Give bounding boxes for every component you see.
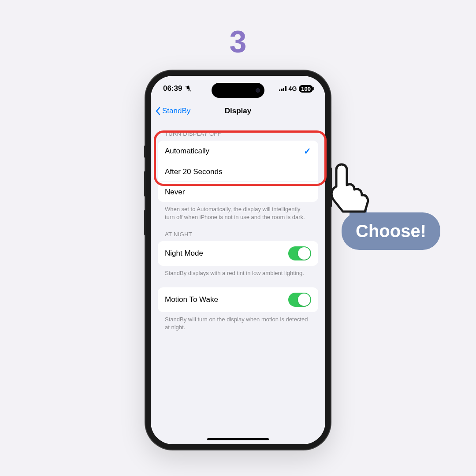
section-header-turn-off: TURN DISPLAY OFF (158, 121, 318, 141)
page-title: Display (225, 107, 251, 115)
night-mode-label: Night Mode (165, 249, 203, 258)
option-label: Automatically (165, 147, 209, 156)
section-footer-turn-off: When set to Automatically, the display w… (158, 202, 318, 221)
silent-bell-icon (185, 85, 192, 92)
home-indicator[interactable] (207, 438, 269, 440)
back-label: StandBy (162, 107, 190, 115)
night-mode-toggle[interactable] (288, 246, 311, 260)
dynamic-island (212, 83, 264, 98)
motion-to-wake-group: Motion To Wake (158, 287, 318, 312)
back-button[interactable]: StandBy (155, 107, 190, 115)
phone-side-buttons-left (144, 145, 145, 235)
option-label: After 20 Seconds (165, 167, 222, 176)
camera-dot (256, 88, 260, 93)
section-footer-night-mode: StandBy displays with a red tint in low … (158, 266, 318, 277)
chevron-left-icon (155, 107, 160, 115)
option-after-20-seconds[interactable]: After 20 Seconds (158, 162, 318, 182)
checkmark-icon: ✓ (304, 146, 311, 156)
phone-screen: 06:39 4G 100 StandBy Displ (151, 76, 325, 444)
signal-bars-icon (279, 86, 286, 91)
turn-display-off-group: Automatically ✓ After 20 Seconds Never (158, 141, 318, 202)
step-number: 3 (230, 24, 247, 60)
night-mode-group: Night Mode (158, 241, 318, 266)
section-footer-motion: StandBy will turn on the display when mo… (158, 312, 318, 331)
section-header-at-night: AT NIGHT (158, 221, 318, 241)
motion-to-wake-toggle[interactable] (288, 293, 311, 307)
status-time: 06:39 (163, 84, 182, 93)
phone-frame: 06:39 4G 100 StandBy Displ (145, 71, 331, 450)
nav-bar: StandBy Display (151, 101, 325, 121)
pointer-hand-icon (316, 163, 374, 225)
motion-to-wake-label: Motion To Wake (165, 295, 218, 304)
option-automatically[interactable]: Automatically ✓ (158, 141, 318, 162)
battery-indicator: 100 (299, 85, 313, 93)
network-label: 4G (289, 85, 297, 92)
night-mode-row: Night Mode (158, 241, 318, 266)
option-label: Never (165, 188, 185, 197)
settings-content: TURN DISPLAY OFF Automatically ✓ After 2… (151, 121, 325, 444)
option-never[interactable]: Never (158, 182, 318, 202)
motion-to-wake-row: Motion To Wake (158, 287, 318, 312)
